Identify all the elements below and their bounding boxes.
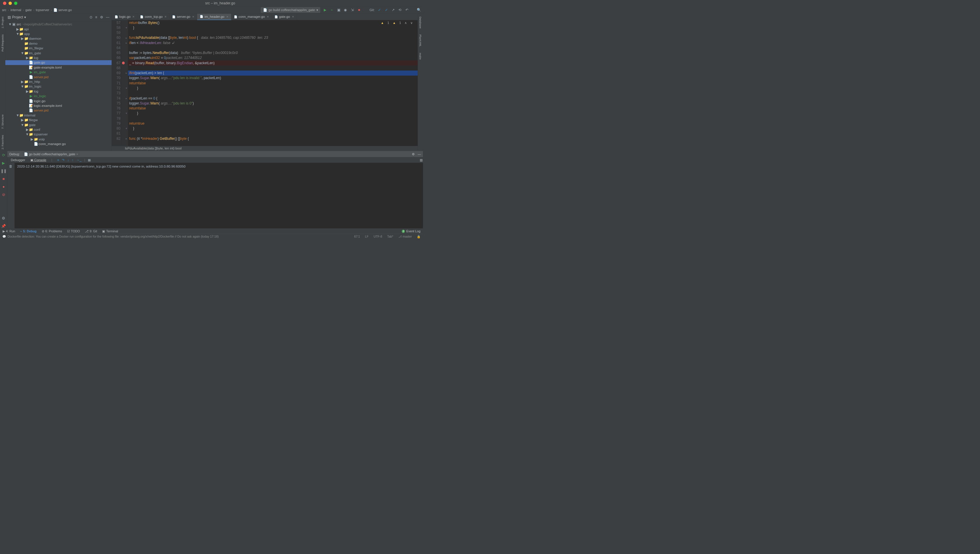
lock-icon[interactable]: 🔒: [417, 235, 421, 238]
code-line[interactable]: }: [128, 111, 418, 116]
tree-item[interactable]: 📝gate-example.toml: [5, 65, 112, 70]
code-line[interactable]: if int(packetLen) > len {: [128, 71, 418, 76]
resume-icon[interactable]: ▶: [2, 161, 5, 165]
pin-icon[interactable]: 📌: [1, 224, 6, 228]
locate-icon[interactable]: ⊙: [89, 15, 92, 19]
tree-item[interactable]: 📄gate.go: [5, 60, 112, 65]
project-tree[interactable]: ▼▣src~/repo/github/CoffeeChat/server/src…: [5, 21, 112, 151]
warning-icon[interactable]: ▲: [381, 21, 384, 25]
minimize-window[interactable]: [8, 2, 12, 5]
debug-run-tag[interactable]: 📄go build coffeechat/app/im_gate×: [22, 152, 80, 156]
debug-icon[interactable]: ⌁: [330, 8, 334, 12]
close-icon[interactable]: ×: [292, 15, 294, 19]
terminal-tool[interactable]: ▣ Terminal: [102, 230, 118, 233]
tree-item[interactable]: ▼📁tcpserver: [5, 132, 112, 137]
tree-item[interactable]: ▼📁internal: [5, 113, 112, 118]
branch[interactable]: ⎇ master: [398, 235, 412, 238]
collapse-icon[interactable]: —: [418, 152, 421, 156]
tree-item[interactable]: 📁demo: [5, 41, 112, 46]
warning-icon[interactable]: ▲: [393, 21, 396, 25]
pause-icon[interactable]: ❚❚: [1, 169, 7, 173]
tree-item[interactable]: ▼📁im_gate: [5, 51, 112, 56]
settings-icon[interactable]: ⚙: [412, 152, 415, 156]
search-icon[interactable]: 🔍: [417, 8, 421, 12]
step-out-icon[interactable]: ↑: [72, 158, 73, 162]
code-line[interactable]: func IsPduAvailable(data []byte, len int…: [128, 35, 418, 40]
rollback-icon[interactable]: ↶: [405, 8, 409, 12]
problems-tool[interactable]: ⊘ 6: Problems: [42, 230, 62, 233]
stop-icon[interactable]: ■: [357, 8, 361, 12]
plantuml-tab[interactable]: PlantUML: [419, 33, 422, 48]
tree-item[interactable]: ▶📁log: [5, 89, 112, 94]
info-icon[interactable]: 💬: [2, 235, 6, 238]
code-line[interactable]: logger.Sugar.Warn( args…: "pdu len is 0"…: [128, 101, 418, 106]
layout-icon[interactable]: ▥: [420, 158, 423, 162]
step-over-icon[interactable]: ≡: [57, 158, 59, 162]
push-icon[interactable]: ↗: [391, 8, 395, 12]
run-config-select[interactable]: 📄 go build coffeechat/app/im_gate ▾: [261, 7, 320, 13]
editor-tab[interactable]: 📄server.go×: [169, 14, 197, 20]
editor-tab[interactable]: 📄gate.go×: [272, 14, 297, 20]
crumb-item[interactable]: tcpserver: [36, 8, 49, 12]
prev-icon[interactable]: ∧: [404, 21, 407, 25]
event-log[interactable]: 2 Event Log: [402, 230, 420, 233]
code-line[interactable]: }: [128, 126, 418, 131]
collapse-icon[interactable]: —: [106, 15, 110, 19]
cursor-pos[interactable]: 67:1: [354, 235, 360, 238]
code-line[interactable]: if len < IMHeaderLen : false ↲: [128, 40, 418, 45]
close-icon[interactable]: ×: [192, 15, 194, 19]
git-tool[interactable]: ⎇ 9: Git: [85, 230, 97, 233]
close-icon[interactable]: ×: [267, 15, 269, 19]
coverage-icon[interactable]: ▣: [337, 8, 340, 12]
crumb-item[interactable]: internal: [11, 8, 21, 12]
profile-icon[interactable]: ◉: [344, 8, 347, 12]
code-line[interactable]: [128, 65, 418, 70]
commit-icon[interactable]: ✓: [378, 8, 382, 12]
breakpoint[interactable]: [122, 62, 124, 64]
code-line[interactable]: return false: [128, 81, 418, 86]
code-line[interactable]: [128, 45, 418, 50]
code-line[interactable]: logger.Sugar.Warn( args…: "pdu len is in…: [128, 76, 418, 81]
editor-tab[interactable]: 📄conn_manager.go×: [231, 14, 272, 20]
trash-icon[interactable]: 🗑: [9, 164, 13, 168]
tree-item[interactable]: ▶im_gate: [5, 70, 112, 74]
encoding[interactable]: UTF-8: [374, 235, 382, 238]
tree-item[interactable]: ▶📁conf: [5, 127, 112, 132]
eval-icon[interactable]: ▦: [88, 158, 91, 162]
structure-tab[interactable]: 7: Structure: [1, 113, 4, 130]
line-ending[interactable]: LF: [365, 235, 369, 238]
mute-bp-icon[interactable]: ⊘: [2, 192, 5, 197]
editor-tab[interactable]: 📄conn_tcp.go×: [137, 14, 169, 20]
editor[interactable]: ▲1 ▲1 ∧ ∨ 575859606164656667686970717273…: [112, 20, 418, 146]
crumb-item[interactable]: 📄 server.go: [53, 8, 72, 12]
tree-item[interactable]: 📄logic.go: [5, 99, 112, 103]
settings-icon[interactable]: ⚙: [100, 15, 103, 19]
crumb-item[interactable]: gate: [25, 8, 32, 12]
tree-item[interactable]: 📁im_filegw: [5, 46, 112, 51]
close-icon[interactable]: ×: [132, 15, 134, 19]
code-line[interactable]: [128, 91, 418, 96]
run-icon[interactable]: ▶: [323, 8, 327, 12]
stop-icon[interactable]: ■: [2, 177, 5, 181]
expand-icon[interactable]: ≡: [95, 15, 97, 19]
step-into-icon[interactable]: ↓: [67, 158, 69, 162]
project-tab[interactable]: 1: Project: [1, 15, 4, 30]
tree-item[interactable]: ▶📁daemon: [5, 36, 112, 41]
next-icon[interactable]: ∨: [410, 21, 413, 25]
tree-item[interactable]: ▼📁im_logic: [5, 84, 112, 89]
code-line[interactable]: return buffer.Bytes(): [128, 20, 418, 25]
debug-tool[interactable]: ⌁ 5: Debug: [20, 230, 37, 233]
code-line[interactable]: [128, 116, 418, 121]
tree-item[interactable]: ▼📁gate: [5, 123, 112, 127]
tree-item[interactable]: ▼📁app: [5, 32, 112, 36]
editor-tab[interactable]: 📄im_header.go×: [197, 14, 231, 20]
tree-item[interactable]: ▶📁voip: [5, 137, 112, 142]
maximize-window[interactable]: [14, 2, 17, 5]
editor-tab[interactable]: 📄logic.go×: [112, 14, 137, 20]
run-tool[interactable]: ▶ 4: Run: [3, 230, 15, 233]
console-tab[interactable]: ▣ Console: [30, 158, 46, 162]
pull-requests-tab[interactable]: Pull Requests: [1, 33, 4, 53]
code-line[interactable]: func (it *ImHeader) GetBuffer() []byte {: [128, 136, 418, 141]
tree-item[interactable]: ▶im_logic: [5, 94, 112, 98]
code-line[interactable]: [128, 131, 418, 136]
